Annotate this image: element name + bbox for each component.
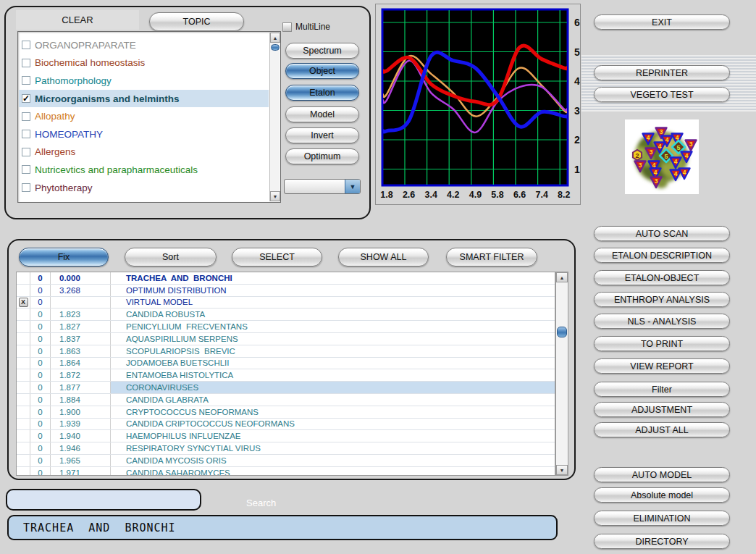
row-name: TRACHEA AND BRONCHI — [111, 272, 555, 284]
category-checkbox[interactable] — [22, 112, 30, 121]
scroll-up-icon[interactable]: ▲ — [270, 33, 280, 43]
table-row[interactable]: 0 1.965 CANDIDA MYCOSIS ORIS — [17, 455, 555, 467]
table-row[interactable]: 0 1.939 CANDIDA CRIPTOCOCCUS NEOFORMANS — [17, 419, 555, 431]
category-checkbox[interactable] — [22, 165, 30, 174]
mode-button[interactable]: Invert — [285, 127, 359, 143]
category-label: Nutricevtics and parapharmaceuticals — [35, 164, 198, 175]
listbox-scrollbar-thumb[interactable] — [271, 44, 280, 51]
table-row[interactable]: 0 1.837 AQUASPIRILLIUM SERPENS — [17, 333, 555, 345]
category-item[interactable]: ORGANOPRAPARATE — [19, 36, 269, 54]
category-item[interactable]: Pathomorphology — [19, 72, 269, 90]
row-name: PENICYLLIUM FRECVENTANS — [111, 321, 555, 332]
category-checkbox[interactable] — [22, 148, 30, 156]
row-flag: 0 — [30, 309, 51, 320]
toolbar-button[interactable]: SHOW ALL — [338, 248, 429, 266]
table-scroll-up-icon[interactable]: ▲ — [556, 272, 568, 282]
table-row[interactable]: 0 1.946 RESPIRATORY SYNCYTIAL VIRUS — [17, 442, 555, 455]
vegeto-test-button[interactable]: VEGETO TEST — [594, 87, 730, 102]
row-value: 1.884 — [51, 394, 111, 406]
action-button[interactable]: Filter — [594, 382, 730, 397]
svg-text:5: 5 — [676, 144, 680, 151]
toolbar-button[interactable]: Sort — [125, 248, 217, 266]
listbox-scrollbar[interactable]: ▲ ▼ — [269, 33, 280, 201]
model-button[interactable]: ELIMINATION — [594, 511, 730, 526]
table-row[interactable]: 0 1.940 HAEMOPHILUS INFLUENZAE — [17, 430, 555, 442]
mode-button[interactable]: Optimum — [285, 148, 359, 164]
dropdown-arrow-icon[interactable]: ▼ — [345, 180, 360, 193]
table-scroll-down-icon[interactable]: ▼ — [556, 465, 568, 475]
clear-button[interactable]: CLEAR — [16, 10, 139, 30]
etalon-dropdown[interactable]: ▼ — [284, 179, 361, 194]
category-item[interactable]: Biochemical homeostasis — [19, 54, 269, 72]
action-button[interactable]: NLS - ANALYSIS — [594, 314, 730, 329]
category-item[interactable]: Allergens — [19, 143, 269, 161]
category-item[interactable]: ✓ Microorganisms and helminths — [19, 90, 269, 108]
action-button[interactable]: AUTO SCAN — [594, 226, 730, 241]
scroll-down-icon[interactable]: ▼ — [270, 191, 280, 201]
mode-button[interactable]: Object — [285, 63, 359, 79]
spectrum-chart: 6543211.82.63.44.24.95.86.67.48.2 — [376, 4, 580, 204]
category-item[interactable]: Nutricevtics and parapharmaceuticals — [19, 161, 269, 179]
row-value: 1.837 — [51, 333, 111, 345]
action-button[interactable]: ETALON-OBJECT — [594, 270, 730, 285]
category-checkbox[interactable] — [22, 76, 30, 85]
table-row[interactable]: 0 1.877 CORONAVIRUSES — [17, 382, 555, 394]
category-checkbox[interactable] — [22, 41, 30, 49]
mode-button[interactable]: Spectrum — [285, 43, 359, 59]
toolbar-button[interactable]: SELECT — [232, 248, 322, 266]
row-value: 1.823 — [51, 309, 111, 320]
table-row[interactable]: 0 1.884 CANDIDA GLABRATA — [17, 394, 555, 406]
category-item[interactable]: Phytotherapy — [19, 179, 269, 197]
mode-button[interactable]: Model — [285, 106, 359, 122]
topic-button[interactable]: TOPIC — [149, 12, 244, 31]
category-item[interactable]: Allopathy — [19, 107, 269, 125]
table-row[interactable]: 0 1.863 SCOPULARIOPSIS BREVIC — [17, 345, 555, 358]
category-item[interactable]: HOMEOPATHY — [19, 125, 269, 143]
row-value: 1.863 — [51, 345, 111, 357]
action-button[interactable]: ETALON DESCRIPTION — [594, 248, 730, 263]
table-row[interactable]: 0 1.823 CANDIDA ROBUSTA — [17, 309, 555, 321]
results-panel: FixSortSELECTSHOW ALLSMART FILTER 0 0.00… — [7, 239, 576, 480]
svg-text:2: 2 — [574, 134, 580, 146]
model-button[interactable]: AUTO MODEL — [594, 467, 730, 482]
reprinter-button[interactable]: REPRINTER — [594, 65, 730, 80]
action-button[interactable]: ENTHROPY ANALYSIS — [594, 292, 730, 307]
table-row[interactable]: 0 3.268 OPTIMUM DISTRIBUTION — [17, 285, 555, 297]
table-row[interactable]: 0 1.900 CRYPTOCOCCUS NEOFORMANS — [17, 406, 555, 419]
table-row[interactable]: 0 1.827 PENICYLLIUM FRECVENTANS — [17, 321, 555, 333]
model-button[interactable]: Absolute model — [594, 487, 730, 503]
table-row[interactable]: 0 1.872 ENTAMOEBA HISTOLYTICA — [17, 369, 555, 382]
organ-markers-svg: 344453432543444443 — [625, 119, 699, 194]
action-button[interactable]: TO PRINT — [594, 336, 730, 351]
multiline-checkbox[interactable]: MultiLine — [282, 22, 330, 32]
category-checkbox[interactable]: ✓ — [22, 94, 30, 103]
category-listbox[interactable]: ORGANOPRAPARATE Biochemical homeostasis … — [17, 31, 281, 203]
toolbar-button[interactable]: SMART FILTER — [446, 248, 537, 266]
row-flag: 0 — [30, 345, 51, 357]
exit-button[interactable]: EXIT — [594, 14, 730, 30]
row-value: 1.827 — [51, 321, 111, 332]
search-input[interactable] — [6, 489, 201, 511]
row-flag: 0 — [30, 272, 51, 284]
category-checkbox[interactable] — [22, 59, 30, 67]
action-button[interactable]: ADJUSTMENT — [594, 402, 730, 417]
table-row[interactable]: 0 1.971 CANDIDA SAHAROMYCES — [17, 467, 555, 476]
toolbar-button[interactable]: Fix — [19, 248, 109, 266]
category-checkbox[interactable] — [22, 130, 30, 138]
table-row[interactable]: X 0 VIRTUAL MODEL — [17, 297, 555, 309]
category-checkbox[interactable] — [22, 183, 30, 192]
mode-button[interactable]: Etalon — [285, 85, 359, 101]
model-button[interactable]: DIRECTORY — [594, 534, 730, 549]
row-name: CANDIDA GLABRATA — [111, 394, 555, 406]
table-row[interactable]: 0 0.000 TRACHEA AND BRONCHI — [17, 272, 555, 285]
svg-text:4: 4 — [654, 169, 658, 176]
action-button[interactable]: VIEW REPORT — [594, 358, 730, 374]
table-scrollbar-thumb[interactable] — [557, 327, 567, 337]
table-row[interactable]: 0 1.864 JODAMOEBA BUETSCHLII — [17, 358, 555, 370]
virtual-model-x-button[interactable]: X — [19, 298, 28, 307]
etalon-table: 0 0.000 TRACHEA AND BRONCHI 0 3.268 OPTI… — [16, 272, 555, 476]
svg-text:4: 4 — [658, 143, 662, 150]
svg-text:6: 6 — [574, 17, 580, 28]
table-scrollbar[interactable]: ▲ ▼ — [555, 272, 568, 476]
action-button[interactable]: ADJUST ALL — [594, 422, 730, 437]
